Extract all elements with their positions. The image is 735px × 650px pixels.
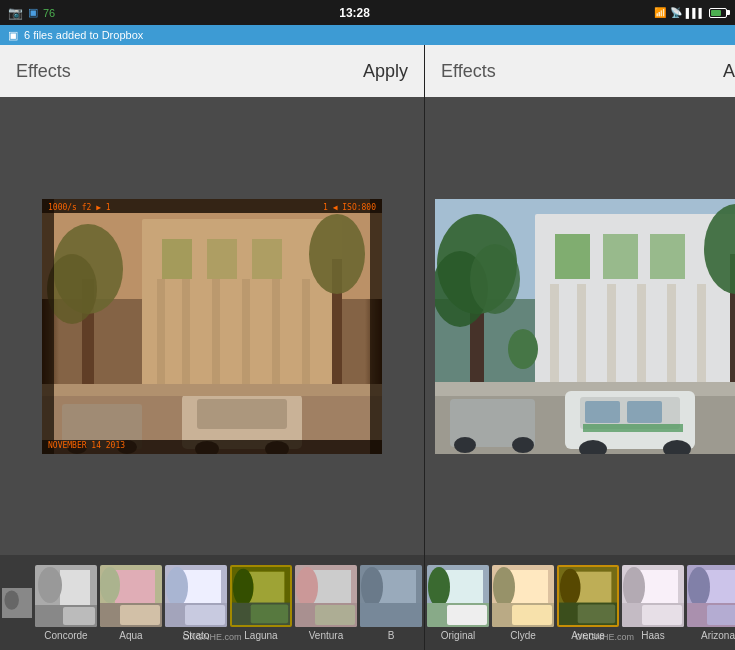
svg-rect-102: [512, 605, 552, 625]
svg-rect-92: [435, 199, 736, 454]
svg-rect-97: [447, 605, 487, 625]
right-image-area: [425, 97, 735, 555]
thumb-original[interactable]: Original: [427, 565, 489, 641]
svg-point-115: [688, 567, 710, 607]
right-effects-label: Effects: [441, 61, 496, 82]
left-panel: Effects Apply: [0, 45, 425, 650]
thumb-img-haas[interactable]: [622, 565, 684, 627]
svg-rect-112: [642, 605, 682, 625]
right-photo: [435, 199, 736, 454]
left-watermark: ONGNHE.com: [0, 632, 424, 642]
thumb-img-strato[interactable]: [165, 565, 227, 627]
svg-rect-56: [315, 605, 355, 625]
battery-icon: [709, 8, 727, 18]
thumb-avenue[interactable]: Avenue: [557, 565, 619, 641]
svg-point-59: [361, 567, 383, 607]
app-icon: 📷: [8, 6, 23, 20]
status-bar-right: 📶 📡 ▌▌▌: [654, 7, 727, 18]
right-apply-button[interactable]: Apply: [723, 61, 735, 82]
thumb-img-laguna[interactable]: [230, 565, 292, 627]
svg-point-95: [428, 567, 450, 607]
svg-rect-25: [42, 199, 382, 454]
film-data-bottom: NOVEMBER 14 2013: [48, 441, 376, 450]
time-text: 13:28: [339, 6, 370, 20]
left-effects-label: Effects: [16, 61, 71, 82]
svg-point-44: [166, 567, 188, 607]
svg-rect-29: [370, 199, 382, 454]
thumb-img-clyde[interactable]: [492, 565, 554, 627]
film-bottom: NOVEMBER 14 2013: [48, 441, 125, 450]
svg-point-39: [100, 567, 120, 603]
thumb-img-arizona[interactable]: [687, 565, 735, 627]
battery-fill: [711, 10, 721, 16]
svg-rect-46: [185, 605, 225, 625]
thumb-img-more-b[interactable]: [360, 565, 422, 627]
notification-bar[interactable]: ▣ 6 files added to Dropbox: [0, 25, 735, 45]
svg-rect-41: [120, 605, 160, 625]
thumb-laguna[interactable]: Laguna: [230, 565, 292, 641]
svg-point-110: [623, 567, 645, 607]
thumb-clyde[interactable]: Clyde: [492, 565, 554, 641]
left-panel-header: Effects Apply: [0, 45, 424, 97]
thumb-img-original[interactable]: [427, 565, 489, 627]
status-bar: 📷 ▣ 76 13:28 📶 📡 ▌▌▌: [0, 0, 735, 25]
battery-percent: 76: [43, 7, 55, 19]
svg-rect-60: [360, 603, 422, 627]
left-image-area: 1000/s f2 ▶ 1 1 ◀ ISO:800 NOVEMBER 14 20…: [0, 97, 424, 555]
thumb-img-concorde[interactable]: [35, 565, 97, 627]
film-top-left: 1000/s f2 ▶ 1: [48, 203, 111, 212]
film-top-right: 1 ◀ ISO:800: [323, 203, 376, 212]
thumb-ventura[interactable]: Ventura: [295, 565, 357, 641]
wifi-icon: 📡: [670, 7, 682, 18]
svg-point-34: [38, 567, 62, 603]
svg-rect-117: [707, 605, 735, 625]
thumb-item-partial[interactable]: [2, 572, 32, 634]
status-bar-left: 📷 ▣ 76: [8, 6, 55, 20]
left-photo: 1000/s f2 ▶ 1 1 ◀ ISO:800 NOVEMBER 14 20…: [42, 199, 382, 454]
left-scene-svg: [42, 199, 382, 454]
svg-point-100: [493, 567, 515, 607]
right-panel: Effects Apply: [425, 45, 735, 650]
svg-rect-51: [251, 604, 288, 623]
thumb-strato[interactable]: Strato: [165, 565, 227, 641]
svg-rect-36: [63, 607, 95, 625]
svg-point-31: [4, 590, 19, 609]
right-scene-svg: [435, 199, 736, 454]
thumb-more-b[interactable]: B: [360, 565, 422, 641]
thumb-img-avenue[interactable]: [557, 565, 619, 627]
thumb-img-aqua[interactable]: [100, 565, 162, 627]
svg-point-49: [233, 568, 254, 605]
svg-rect-107: [578, 604, 615, 623]
phone-icon: 📶: [654, 7, 666, 18]
thumb-img-ventura[interactable]: [295, 565, 357, 627]
svg-rect-28: [42, 199, 54, 454]
time-display: 13:28: [339, 6, 370, 20]
film-data-top: 1000/s f2 ▶ 1 1 ◀ ISO:800: [48, 203, 376, 212]
thumb-aqua[interactable]: Aqua: [100, 565, 162, 641]
main-panels: Effects Apply: [0, 45, 735, 650]
notification-text: 6 files added to Dropbox: [24, 29, 143, 41]
thumb-arizona[interactable]: Arizona: [687, 565, 735, 641]
left-apply-button[interactable]: Apply: [363, 61, 408, 82]
right-panel-header: Effects Apply: [425, 45, 735, 97]
dropbox-status-icon: ▣: [28, 6, 38, 19]
thumb-img-partial[interactable]: [2, 572, 32, 634]
thumb-concorde[interactable]: Concorde: [35, 565, 97, 641]
svg-point-105: [560, 568, 581, 605]
svg-point-54: [296, 567, 318, 607]
right-watermark: ONGNHE.com: [425, 632, 735, 642]
signal-bars: ▌▌▌: [686, 8, 705, 18]
dropbox-icon: ▣: [8, 29, 18, 42]
thumb-haas[interactable]: Haas: [622, 565, 684, 641]
